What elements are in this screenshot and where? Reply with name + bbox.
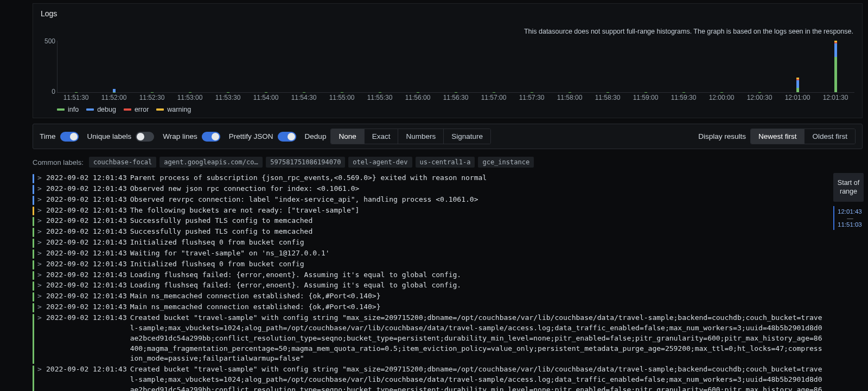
bar-slot[interactable]	[285, 41, 323, 92]
bar-slot[interactable]	[741, 41, 778, 92]
display-buttons: Newest firstOldest first	[750, 129, 856, 144]
bar-slot[interactable]	[627, 41, 665, 92]
expand-caret-icon[interactable]: >	[37, 364, 43, 375]
log-row[interactable]: >2022-09-02 12:01:43Loading flushseq fai…	[33, 280, 829, 291]
label-chip[interactable]: 597581751086194070	[266, 157, 345, 168]
y-tick: 0	[39, 88, 55, 95]
x-tick: 12:00:30	[741, 94, 778, 101]
log-row[interactable]: >2022-09-02 12:01:43Observed new json rp…	[33, 184, 829, 195]
display-oldest-first-button[interactable]: Oldest first	[805, 129, 855, 144]
expand-caret-icon[interactable]: >	[37, 195, 43, 205]
histogram-chart[interactable]: 500 0	[57, 41, 854, 93]
legend-label: error	[135, 106, 149, 113]
log-row[interactable]: >2022-09-02 12:01:43Observed revrpc conn…	[33, 195, 829, 206]
expand-caret-icon[interactable]: >	[37, 302, 43, 312]
log-message: Observed new json rpc connection for ind…	[130, 184, 829, 194]
expand-caret-icon[interactable]: >	[37, 216, 43, 226]
bar-slot[interactable]	[703, 41, 741, 92]
log-row[interactable]: >2022-09-02 12:01:43Initialized flushseq…	[33, 238, 829, 248]
bar-slot[interactable]	[247, 41, 285, 92]
bar-slot[interactable]	[209, 41, 247, 92]
unique-toggle[interactable]	[136, 132, 154, 142]
log-row[interactable]: >2022-09-02 12:01:43Main ns_memcached co…	[33, 291, 829, 302]
unique-toggle-group: Unique labels	[87, 132, 155, 142]
dedup-none-button[interactable]: None	[331, 129, 364, 144]
bar-slot[interactable]	[171, 41, 209, 92]
expand-caret-icon[interactable]: >	[37, 313, 43, 323]
expand-caret-icon[interactable]: >	[37, 259, 43, 270]
log-list[interactable]: >2022-09-02 12:01:43Parent process of su…	[33, 173, 829, 391]
bar-slot[interactable]	[665, 41, 703, 92]
log-message: Created bucket "travel-sample" with conf…	[130, 364, 829, 391]
legend-item-info[interactable]: info	[57, 106, 79, 113]
dedup-exact-button[interactable]: Exact	[365, 129, 399, 144]
log-row[interactable]: >2022-09-02 12:01:43Loading flushseq fai…	[33, 270, 829, 281]
dedup-numbers-button[interactable]: Numbers	[398, 129, 444, 144]
label-chip[interactable]: gce_instance	[478, 157, 534, 168]
dedup-group: Dedup NoneExactNumbersSignature	[305, 129, 491, 144]
expand-caret-icon[interactable]: >	[37, 238, 43, 248]
bar-slot[interactable]	[399, 41, 437, 92]
bar-slot[interactable]	[361, 41, 399, 92]
log-row[interactable]: >2022-09-02 12:01:43Created bucket "trav…	[33, 313, 829, 364]
dedup-signature-button[interactable]: Signature	[444, 129, 490, 144]
bar-slot[interactable]	[778, 41, 816, 92]
bar-slot[interactable]	[589, 41, 627, 92]
display-label: Display results	[698, 132, 746, 140]
wrap-toggle-group: Wrap lines	[163, 132, 220, 142]
log-timestamp: 2022-09-02 12:01:43	[46, 291, 127, 302]
log-row[interactable]: >2022-09-02 12:01:43Successfully pushed …	[33, 227, 829, 238]
common-labels-row: Common labels: couchbase-focalagent.goog…	[33, 157, 863, 168]
log-row[interactable]: >2022-09-02 12:01:43Initialized flushseq…	[33, 259, 829, 270]
expand-caret-icon[interactable]: >	[37, 184, 43, 194]
label-chip[interactable]: agent.googleapis.com/couchbase_…	[159, 157, 263, 168]
wrap-toggle[interactable]	[202, 132, 220, 142]
log-row[interactable]: >2022-09-02 12:01:43Parent process of su…	[33, 173, 829, 184]
bar-slot[interactable]	[816, 41, 854, 92]
bar-slot[interactable]	[437, 41, 475, 92]
expand-caret-icon[interactable]: >	[37, 173, 43, 183]
bar-slot[interactable]	[513, 41, 551, 92]
legend-item-error[interactable]: error	[124, 106, 149, 113]
log-message: Main ns_memcached connection established…	[130, 291, 829, 302]
display-newest-first-button[interactable]: Newest first	[751, 129, 805, 144]
log-row[interactable]: >2022-09-02 12:01:43Waiting for "travel-…	[33, 248, 829, 259]
bar-segment-debug	[834, 43, 837, 56]
log-message: Parent process of subscription {json_rpc…	[130, 173, 829, 183]
log-timestamp: 2022-09-02 12:01:43	[46, 302, 127, 312]
log-row[interactable]: >2022-09-02 12:01:43The following bucket…	[33, 206, 829, 216]
bar-slot[interactable]	[95, 41, 133, 92]
log-row[interactable]: >2022-09-02 12:01:43Main ns_memcached co…	[33, 302, 829, 313]
expand-caret-icon[interactable]: >	[37, 280, 43, 291]
legend-item-warning[interactable]: warning	[156, 106, 191, 113]
bar-slot[interactable]	[58, 41, 95, 92]
label-chip[interactable]: otel-agent-dev	[348, 157, 412, 168]
legend-label: warning	[167, 106, 191, 113]
display-group: Display results Newest firstOldest first	[698, 129, 856, 144]
legend-item-debug[interactable]: debug	[86, 106, 116, 113]
expand-caret-icon[interactable]: >	[37, 248, 43, 259]
level-indicator	[33, 292, 34, 302]
log-row[interactable]: >2022-09-02 12:01:43Created bucket "trav…	[33, 364, 829, 391]
expand-caret-icon[interactable]: >	[37, 270, 43, 280]
legend-swatch	[86, 108, 94, 111]
expand-caret-icon[interactable]: >	[37, 227, 43, 237]
bar-slot[interactable]	[551, 41, 589, 92]
bar-slot[interactable]	[133, 41, 171, 92]
log-timestamp: 2022-09-02 12:01:43	[46, 270, 127, 280]
label-chip[interactable]: couchbase-focal	[89, 157, 156, 168]
bar-segment-info	[796, 88, 799, 92]
prettify-toggle[interactable]	[278, 132, 296, 142]
x-tick: 11:59:30	[665, 94, 703, 101]
time-toggle[interactable]	[60, 132, 79, 142]
expand-caret-icon[interactable]: >	[37, 291, 43, 302]
label-chip[interactable]: us-central1-a	[416, 157, 475, 168]
start-of-range-button[interactable]: Start of range	[833, 173, 864, 202]
log-row[interactable]: >2022-09-02 12:01:43Successfully pushed …	[33, 216, 829, 227]
legend: infodebugerrorwarning	[57, 106, 854, 113]
bar-slot[interactable]	[475, 41, 513, 92]
bar-slot[interactable]	[323, 41, 361, 92]
expand-caret-icon[interactable]: >	[37, 206, 43, 216]
x-tick: 11:56:30	[437, 94, 475, 101]
log-timestamp: 2022-09-02 12:01:43	[46, 248, 127, 259]
